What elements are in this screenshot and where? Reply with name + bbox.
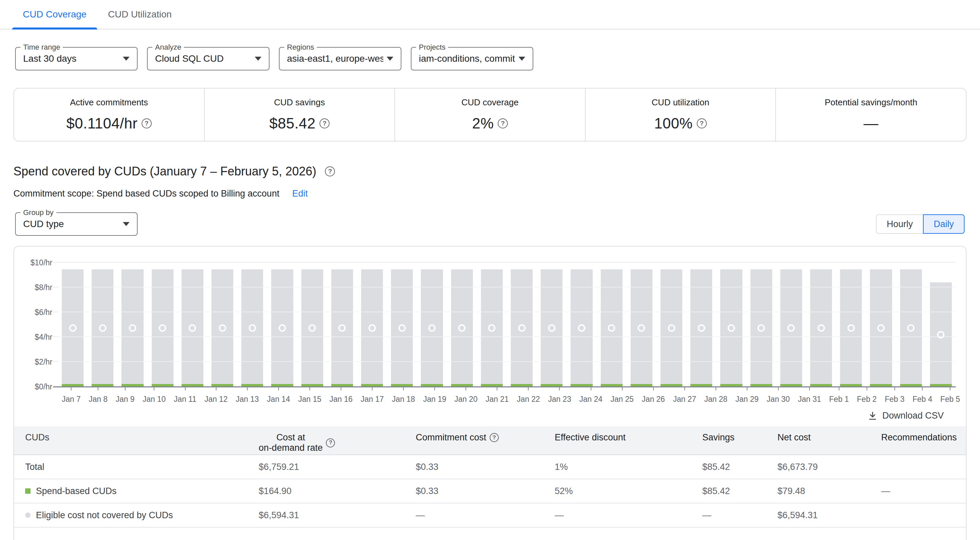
bar-column-feb-5 bbox=[930, 263, 952, 387]
bar-column-jan-7 bbox=[62, 263, 84, 387]
gridline-overlay bbox=[58, 361, 956, 362]
circle-marker bbox=[698, 324, 705, 332]
x-axis-tick-jan-31: Jan 31 bbox=[798, 387, 821, 404]
circle-marker bbox=[69, 324, 76, 332]
chevron-down-icon bbox=[123, 57, 130, 61]
help-icon[interactable]: ? bbox=[490, 433, 499, 442]
chevron-down-icon bbox=[387, 57, 393, 61]
x-axis-tick-jan-10: Jan 10 bbox=[143, 387, 166, 404]
x-axis-tick-jan-11: Jan 11 bbox=[174, 387, 196, 404]
circle-marker bbox=[369, 324, 376, 332]
daily-toggle-button[interactable]: Daily bbox=[923, 214, 964, 234]
download-csv-button[interactable]: Download CSV bbox=[14, 411, 944, 421]
bar-column-jan-29 bbox=[720, 263, 742, 387]
circle-marker bbox=[608, 324, 615, 332]
y-axis-label: $6/hr bbox=[35, 308, 52, 317]
time-range-value: Last 30 days bbox=[23, 53, 119, 64]
tab-cud-coverage[interactable]: CUD Coverage bbox=[12, 0, 97, 29]
chevron-down-icon bbox=[123, 222, 130, 226]
circle-marker bbox=[907, 324, 915, 332]
help-icon[interactable]: ? bbox=[326, 438, 335, 448]
bar-column-jan-15 bbox=[301, 263, 323, 387]
regions-select[interactable]: Regions asia-east1, europe-west… bbox=[279, 47, 401, 70]
stat-cud-savings: CUD savings $85.42 ? bbox=[204, 89, 395, 141]
y-axis-label: $2/hr bbox=[35, 357, 52, 367]
x-axis-tick-feb-2: Feb 2 bbox=[857, 387, 877, 404]
help-icon[interactable]: ? bbox=[697, 118, 707, 129]
stat-cud-utilization: CUD utilization 100% ? bbox=[585, 89, 776, 141]
x-axis-tick-feb-5: Feb 5 bbox=[940, 387, 960, 404]
circle-marker bbox=[638, 324, 645, 332]
help-icon[interactable]: ? bbox=[142, 118, 152, 129]
x-axis-tick-jan-15: Jan 15 bbox=[298, 387, 321, 404]
date-label: Jan 30 bbox=[767, 395, 790, 404]
group-by-select[interactable]: Group by CUD type bbox=[15, 212, 138, 236]
bar-column-jan-26 bbox=[631, 263, 652, 387]
tab-bar: CUD Coverage CUD Utilization bbox=[0, 0, 980, 30]
tab-cud-utilization[interactable]: CUD Utilization bbox=[97, 0, 183, 29]
circle-marker bbox=[518, 324, 526, 332]
bar-column-jan-18 bbox=[391, 263, 413, 387]
edit-scope-link[interactable]: Edit bbox=[292, 189, 308, 199]
bar-column-jan-22 bbox=[511, 263, 533, 387]
coverage-chart-card: $0/hr$2/hr$4/hr$6/hr$8/hr$10/hr Jan 7 Ja… bbox=[13, 246, 967, 540]
table-cell: $6,759.21 bbox=[259, 462, 416, 472]
x-axis-tick-jan-14: Jan 14 bbox=[267, 387, 290, 404]
table-cell: 52% bbox=[555, 486, 702, 496]
date-label: Feb 2 bbox=[857, 395, 877, 404]
table-cell: $6,673.79 bbox=[777, 462, 881, 472]
date-label: Jan 18 bbox=[392, 395, 415, 404]
bar-column-feb-2 bbox=[840, 263, 862, 387]
circle-marker bbox=[788, 324, 795, 332]
row-label: Eligible cost not covered by CUDs bbox=[36, 510, 173, 521]
group-by-value: CUD type bbox=[23, 219, 119, 229]
legend-swatch-icon bbox=[25, 488, 30, 494]
stat-value: $85.42 bbox=[269, 115, 316, 132]
analyze-value: Cloud SQL CUD bbox=[155, 53, 251, 64]
help-icon[interactable]: ? bbox=[325, 166, 335, 176]
time-range-select[interactable]: Time range Last 30 days bbox=[15, 47, 138, 70]
x-axis-tick-jan-7: Jan 7 bbox=[62, 387, 81, 404]
date-label: Jan 27 bbox=[673, 395, 696, 404]
download-icon bbox=[867, 411, 878, 421]
date-label: Feb 5 bbox=[940, 395, 960, 404]
stat-cud-coverage: CUD coverage 2% ? bbox=[395, 89, 585, 141]
analyze-select[interactable]: Analyze Cloud SQL CUD bbox=[147, 47, 269, 70]
y-axis-label: $10/hr bbox=[30, 258, 52, 267]
row-label-cell: Eligible cost not covered by CUDs bbox=[14, 510, 259, 521]
date-label: Jan 13 bbox=[235, 395, 259, 404]
bar-column-jan-27 bbox=[660, 263, 682, 387]
circle-marker bbox=[249, 324, 256, 332]
x-axis-tick-jan-26: Jan 26 bbox=[642, 387, 665, 404]
x-axis-tick-jan-23: Jan 23 bbox=[548, 387, 571, 404]
gridline-overlay bbox=[58, 311, 956, 312]
table-cell: $6,594.31 bbox=[777, 510, 881, 521]
hourly-toggle-button[interactable]: Hourly bbox=[876, 214, 923, 234]
chevron-down-icon bbox=[519, 57, 525, 61]
date-label: Jan 10 bbox=[143, 395, 166, 404]
row-label-cell: Total bbox=[14, 462, 259, 472]
circle-marker bbox=[548, 324, 555, 332]
x-axis-tick-jan-30: Jan 30 bbox=[767, 387, 790, 404]
analyze-label: Analyze bbox=[153, 43, 184, 52]
x-axis-tick-jan-16: Jan 16 bbox=[329, 387, 352, 404]
table-cell: 1% bbox=[555, 462, 702, 472]
help-icon[interactable]: ? bbox=[498, 118, 508, 129]
x-axis-labels: Jan 7 Jan 8 Jan 9 Jan 10 Jan 11 Jan 12 J… bbox=[58, 387, 956, 404]
x-axis-tick-jan-17: Jan 17 bbox=[361, 387, 384, 404]
table-cell: — bbox=[555, 510, 702, 521]
filters-row: Time range Last 30 days Analyze Cloud SQ… bbox=[15, 47, 980, 70]
table-cell: — bbox=[702, 510, 777, 521]
bar-column-jan-21 bbox=[481, 263, 503, 387]
circle-marker bbox=[728, 324, 735, 332]
column-header: CUDs bbox=[14, 432, 259, 443]
date-label: Jan 29 bbox=[735, 395, 759, 404]
projects-select[interactable]: Projects iam-conditions, commit… bbox=[411, 47, 533, 70]
date-label: Feb 4 bbox=[913, 395, 932, 404]
stat-value: 100% bbox=[654, 115, 693, 132]
row-label: Total bbox=[25, 462, 44, 472]
help-icon[interactable]: ? bbox=[320, 118, 329, 129]
projects-value: iam-conditions, commit… bbox=[419, 53, 515, 64]
circle-marker bbox=[848, 324, 855, 332]
bar-column-jan-13 bbox=[241, 263, 263, 387]
